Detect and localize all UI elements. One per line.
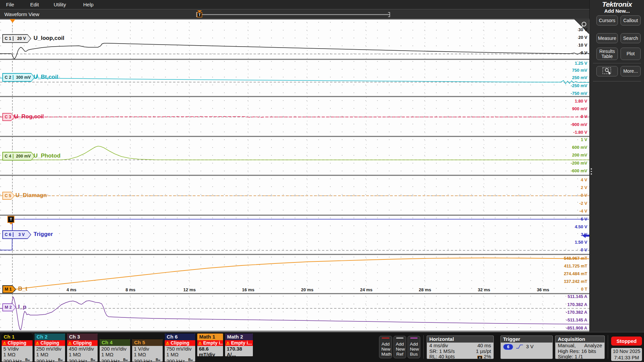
- panel-resize-grip[interactable]: [591, 167, 592, 176]
- axis-tick-label: 200 mV: [572, 153, 587, 158]
- menu-utility[interactable]: Utility: [54, 2, 66, 7]
- channel-box-ch4[interactable]: Ch 4200 mV/div1 MΩ200 kHz Bw: [99, 339, 130, 362]
- record-length: RL: 40 kpts: [429, 354, 455, 359]
- channel-badge-ch6[interactable]: C 63 V: [2, 230, 31, 239]
- cursors-button[interactable]: Cursors: [596, 15, 618, 25]
- divider: [423, 335, 424, 359]
- channel-box-title: Ch 6: [165, 334, 195, 340]
- axis-tick-label: 600 mV: [572, 145, 587, 150]
- channel-label-math1[interactable]: B_t: [18, 286, 27, 292]
- channel-setting-row: 1 MΩ: [3, 352, 31, 358]
- channel-setting-row: 5 V/div: [3, 346, 31, 352]
- horizontal-panel[interactable]: Horizontal 4 ms/div40 ms SR: 1 MS/s1 µs/…: [427, 336, 494, 359]
- channel-badge-ch1[interactable]: C 120 V: [2, 34, 31, 43]
- axis-tick-label: 137.242 mT: [564, 279, 587, 284]
- add-new-ref-button[interactable]: AddNewRef: [393, 336, 406, 358]
- channel-box-math2[interactable]: Math 2⚠ Empty i...170.38 A/...-Intg(Ch3.…: [225, 333, 253, 357]
- panel-divider: [593, 81, 641, 81]
- channel-label-math2[interactable]: I_p: [18, 304, 26, 310]
- zoom-mode-button[interactable]: [596, 66, 618, 76]
- bandwidth-icon: Bw: [25, 358, 30, 362]
- add-new-title: Add New...: [590, 8, 644, 14]
- channel-label-ch3[interactable]: U_Rog,coil: [14, 113, 44, 120]
- results-table-button[interactable]: Results Table: [596, 48, 618, 60]
- horizontal-scale: 4 ms/div: [429, 343, 448, 349]
- rising-edge-icon: [516, 344, 523, 349]
- waveform-display[interactable]: T 0 s4 ms8 ms12 ms16 ms20 ms24 ms28 ms32…: [0, 19, 589, 332]
- axis-tick-label: 4.50 V: [575, 224, 587, 229]
- channel-label-ch2[interactable]: U_Bt,coil: [34, 74, 58, 80]
- menu-edit[interactable]: Edit: [30, 2, 39, 7]
- channel-box-math1[interactable]: Math 1⚠ Empty i...68.6 mT/divIntg(Ch2)..…: [197, 333, 223, 357]
- channel-badge-ch4[interactable]: C 4200 mV: [2, 152, 35, 161]
- channel-warning-banner: ⚠ Empty i...: [225, 340, 253, 346]
- axis-tick-label: 900 mV: [572, 106, 587, 111]
- channel-box-ch3[interactable]: Ch 3⚠ Clipping450 mV/div1 MΩ200 kHz Bw: [67, 333, 98, 362]
- search-button[interactable]: Search: [621, 33, 641, 43]
- trigger-marker-badge[interactable]: T: [7, 216, 14, 223]
- channel-setting-row: 1 MΩ: [134, 352, 161, 358]
- channel-badge-math2[interactable]: M 2: [2, 303, 16, 311]
- channel-badge-math1[interactable]: M 1: [2, 285, 16, 293]
- axis-tick-label: 0 V: [581, 247, 587, 252]
- channel-setting-row: 200 kHz Bw: [36, 357, 63, 362]
- channel-setting-row: 1 V/div: [134, 346, 161, 352]
- menu-help[interactable]: Help: [83, 2, 94, 7]
- channel-label-ch6[interactable]: Trigger: [34, 231, 53, 238]
- channel-label-ch5[interactable]: U_Diamagn: [15, 192, 47, 199]
- axis-tick-label: 6 V: [581, 217, 587, 222]
- run-stop-indicator[interactable]: Stopped: [611, 337, 642, 346]
- bandwidth-icon: Bw: [188, 358, 193, 362]
- add-new-math-button[interactable]: AddNewMath: [379, 336, 392, 358]
- channel-box-ch1[interactable]: Ch 1⚠ Clipping5 V/div1 MΩ200 kHz Bw: [1, 333, 33, 362]
- channel-badge-ch5[interactable]: C 5: [2, 192, 15, 200]
- channel-label-ch4[interactable]: U_Photod: [34, 153, 60, 159]
- menu-file[interactable]: File: [6, 2, 14, 7]
- acquisition-title: Acquisition: [555, 336, 604, 343]
- divider: [608, 335, 608, 359]
- channel-badge-ch2[interactable]: C 2300 mV: [2, 73, 35, 82]
- channel-label-ch1[interactable]: U_loop,coil: [34, 35, 64, 42]
- channel-box-title: Math 1: [197, 334, 223, 340]
- axis-tick-label: 170.382 A: [567, 302, 587, 307]
- channel-setting-row: 1 MΩ: [101, 352, 128, 358]
- axis-tick-label: 1 V: [581, 137, 587, 142]
- measure-button[interactable]: Measure: [596, 33, 618, 43]
- add-new-bus-button[interactable]: AddNewBus: [408, 336, 420, 358]
- channel-setting-row: 68.6 mT/div: [199, 346, 221, 357]
- trace-ch1: [0, 43, 589, 59]
- trigger-time-marker[interactable]: [10, 19, 15, 23]
- axis-tick-label: 0 V: [581, 193, 587, 198]
- channel-setting-row: 1 MΩ: [36, 352, 63, 358]
- channel-box-title: Ch 2: [35, 334, 65, 340]
- callout-button[interactable]: Callout: [621, 15, 641, 25]
- channel-box-ch2[interactable]: Ch 2⚠ Clipping250 mV/div1 MΩ200 kHz Bw: [34, 333, 65, 362]
- time-axis-label: 20 ms: [301, 287, 314, 292]
- marquee-zoom-icon: [602, 67, 612, 74]
- date: 10 Nov 2025: [611, 348, 642, 355]
- axis-tick-label: 3 V: [581, 232, 587, 237]
- time-axis-label: 16 ms: [242, 287, 255, 292]
- time-axis-label: 4 ms: [66, 287, 76, 292]
- warning-icon: ⚠: [198, 341, 202, 346]
- trace-ch2: [0, 74, 589, 84]
- time-axis-label: 12 ms: [183, 287, 196, 292]
- warning-icon: ⚠: [166, 341, 169, 346]
- acquisition-panel[interactable]: Acquisition Manual,Analyze High Res: 16 …: [555, 336, 605, 359]
- channel-setting-row: 250 mV/div: [36, 346, 63, 352]
- trace-ch6: [0, 219, 589, 250]
- axis-tick-label: 30 V: [578, 27, 587, 32]
- plot-button[interactable]: Plot: [621, 48, 641, 60]
- trigger-panel[interactable]: Trigger 6 3 V: [500, 336, 553, 359]
- channel-box-title: Ch 1: [2, 334, 33, 340]
- axis-tick-label: 1.80 V: [575, 99, 587, 104]
- channel-badge-ch3[interactable]: C 3: [2, 113, 15, 121]
- channel-box-ch6[interactable]: Ch 6⚠ Clipping750 mV/div1 MΩ200 kHz Bw: [164, 333, 196, 362]
- more-button[interactable]: More...: [621, 66, 641, 76]
- time-axis-label: 8 ms: [125, 287, 136, 292]
- axis-tick-label: 750 mV: [572, 68, 587, 73]
- axis-tick-label: -4 V: [579, 208, 587, 214]
- trigger-position-bar[interactable]: T: [196, 9, 392, 19]
- channel-warning-banner: ⚠ Clipping: [35, 340, 65, 346]
- channel-box-ch5[interactable]: Ch 51 V/div1 MΩ200 kHz Bw: [132, 339, 163, 362]
